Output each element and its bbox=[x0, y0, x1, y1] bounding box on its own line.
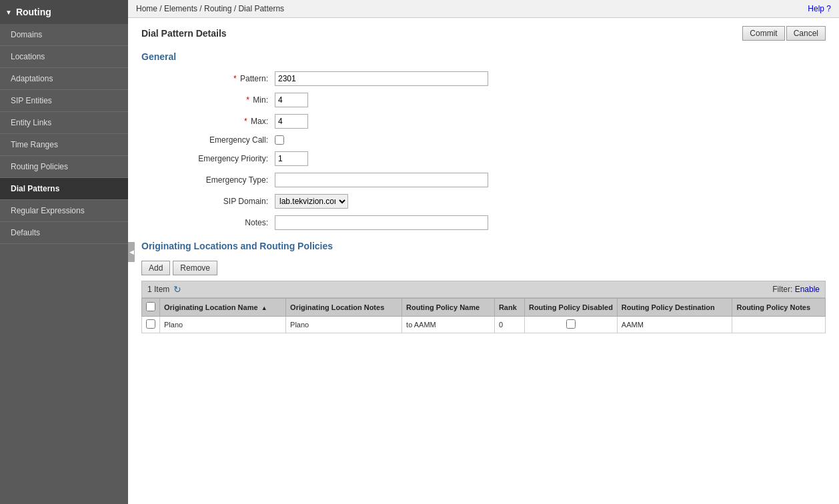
add-button[interactable]: Add bbox=[141, 261, 170, 275]
filter-enable-link[interactable]: Enable bbox=[795, 285, 820, 294]
item-count: 1 Item bbox=[147, 285, 169, 294]
sidebar-toggle[interactable]: ◀ bbox=[128, 242, 135, 262]
pattern-row: * Pattern: bbox=[141, 71, 826, 86]
col-header-policy-notes: Routing Policy Notes bbox=[732, 299, 826, 317]
sidebar-items-list: DomainsLocationsAdaptationsSIP EntitiesE… bbox=[0, 24, 128, 244]
sort-arrow-icon: ▲ bbox=[261, 305, 267, 311]
sidebar-item-adaptations[interactable]: Adaptations bbox=[0, 68, 128, 90]
cell-location_notes: Plano bbox=[286, 317, 402, 333]
cell-policy_name: to AAMM bbox=[402, 317, 495, 333]
breadcrumb-bar: Home / Elements / Routing / Dial Pattern… bbox=[128, 0, 839, 18]
min-required-star: * bbox=[246, 95, 249, 105]
sidebar-item-sip-entities[interactable]: SIP Entities bbox=[0, 90, 128, 112]
sidebar-item-time-ranges[interactable]: Time Ranges bbox=[0, 134, 128, 156]
sip-domain-label: SIP Domain: bbox=[141, 197, 275, 206]
sidebar-item-routing-policies[interactable]: Routing Policies bbox=[0, 156, 128, 178]
col-header-policy-name: Routing Policy Name bbox=[402, 299, 495, 317]
sidebar: ▼ Routing DomainsLocationsAdaptationsSIP… bbox=[0, 0, 128, 504]
notes-input[interactable] bbox=[275, 215, 488, 230]
max-input[interactable] bbox=[275, 114, 308, 129]
cell-rank: 0 bbox=[494, 317, 524, 333]
emergency-call-checkbox[interactable] bbox=[275, 135, 284, 145]
sidebar-item-regular-expressions[interactable]: Regular Expressions bbox=[0, 200, 128, 222]
cell-policy-disabled bbox=[524, 317, 617, 333]
sidebar-item-dial-patterns[interactable]: Dial Patterns bbox=[0, 178, 128, 200]
routing-table: Originating Location Name ▲ Originating … bbox=[141, 298, 826, 333]
max-label: * Max: bbox=[141, 117, 275, 126]
cell-location_name: Plano bbox=[160, 317, 286, 333]
emergency-type-input[interactable] bbox=[275, 173, 488, 187]
notes-label: Notes: bbox=[141, 218, 275, 227]
table-header-row: Originating Location Name ▲ Originating … bbox=[142, 299, 826, 317]
col-header-location-notes: Originating Location Notes bbox=[286, 299, 402, 317]
max-row: * Max: bbox=[141, 114, 826, 129]
refresh-icon[interactable]: ↻ bbox=[173, 284, 181, 295]
table-actions: Add Remove bbox=[141, 261, 826, 275]
pattern-required-star: * bbox=[233, 74, 237, 83]
sidebar-item-locations[interactable]: Locations bbox=[0, 46, 128, 68]
main-content: Home / Elements / Routing / Dial Pattern… bbox=[128, 0, 839, 504]
col-header-location-name: Originating Location Name ▲ bbox=[160, 299, 286, 317]
sip-domain-select[interactable]: lab.tekvizion.com bbox=[275, 194, 348, 209]
notes-row: Notes: bbox=[141, 215, 826, 230]
breadcrumb-path: Home / Elements / Routing / Dial Pattern… bbox=[136, 4, 284, 13]
emergency-type-label: Emergency Type: bbox=[141, 175, 275, 185]
routing-section-heading: Originating Locations and Routing Polici… bbox=[141, 241, 826, 251]
col-label-location-name: Originating Location Name bbox=[164, 303, 258, 311]
cell-policy-destination: AAMM bbox=[617, 317, 732, 333]
policy-disabled-checkbox[interactable] bbox=[566, 319, 576, 329]
col-header-policy-destination: Routing Policy Destination bbox=[617, 299, 732, 317]
col-header-rank: Rank bbox=[494, 299, 524, 317]
sidebar-item-domains[interactable]: Domains bbox=[0, 24, 128, 46]
col-header-checkbox bbox=[142, 299, 160, 317]
page-content: Dial Pattern Details Commit Cancel Gener… bbox=[128, 18, 839, 341]
general-section-heading: General bbox=[141, 51, 826, 62]
min-row: * Min: bbox=[141, 93, 826, 107]
sidebar-item-entity-links[interactable]: Entity Links bbox=[0, 112, 128, 134]
routing-table-body: PlanoPlanoto AAMM0AAMM bbox=[142, 317, 826, 333]
col-header-policy-disabled: Routing Policy Disabled bbox=[524, 299, 617, 317]
emergency-priority-input[interactable] bbox=[275, 151, 308, 166]
filter-area: Filter: Enable bbox=[772, 285, 820, 294]
routing-arrow-icon: ▼ bbox=[5, 9, 12, 16]
sidebar-routing-label: Routing bbox=[16, 7, 51, 17]
item-count-left: 1 Item ↻ bbox=[147, 284, 181, 295]
emergency-priority-row: Emergency Priority: bbox=[141, 151, 826, 166]
emergency-type-row: Emergency Type: bbox=[141, 173, 826, 187]
emergency-call-row: Emergency Call: bbox=[141, 135, 826, 145]
row-checkbox[interactable] bbox=[146, 319, 155, 329]
action-buttons: Commit Cancel bbox=[742, 26, 826, 41]
max-required-star: * bbox=[244, 117, 247, 126]
select-all-checkbox[interactable] bbox=[146, 302, 155, 311]
table-row: PlanoPlanoto AAMM0AAMM bbox=[142, 317, 826, 333]
sip-domain-row: SIP Domain: lab.tekvizion.com bbox=[141, 194, 826, 209]
sidebar-item-defaults[interactable]: Defaults bbox=[0, 222, 128, 244]
remove-button[interactable]: Remove bbox=[173, 261, 217, 275]
sidebar-routing-header[interactable]: ▼ Routing bbox=[0, 0, 128, 24]
pattern-input[interactable] bbox=[275, 71, 488, 86]
emergency-call-label: Emergency Call: bbox=[141, 135, 275, 145]
item-count-row: 1 Item ↻ Filter: Enable bbox=[141, 281, 826, 298]
page-title-row: Dial Pattern Details Commit Cancel bbox=[141, 26, 826, 41]
cancel-button[interactable]: Cancel bbox=[786, 26, 826, 41]
emergency-priority-label: Emergency Priority: bbox=[141, 154, 275, 163]
commit-button[interactable]: Commit bbox=[742, 26, 784, 41]
pattern-label: * Pattern: bbox=[141, 74, 275, 83]
help-link[interactable]: Help ? bbox=[808, 4, 831, 13]
min-label: * Min: bbox=[141, 95, 275, 105]
filter-label: Filter: bbox=[772, 285, 792, 294]
min-input[interactable] bbox=[275, 93, 308, 107]
routing-section: Originating Locations and Routing Polici… bbox=[141, 241, 826, 333]
cell-policy-notes bbox=[732, 317, 826, 333]
page-title: Dial Pattern Details bbox=[141, 28, 227, 39]
